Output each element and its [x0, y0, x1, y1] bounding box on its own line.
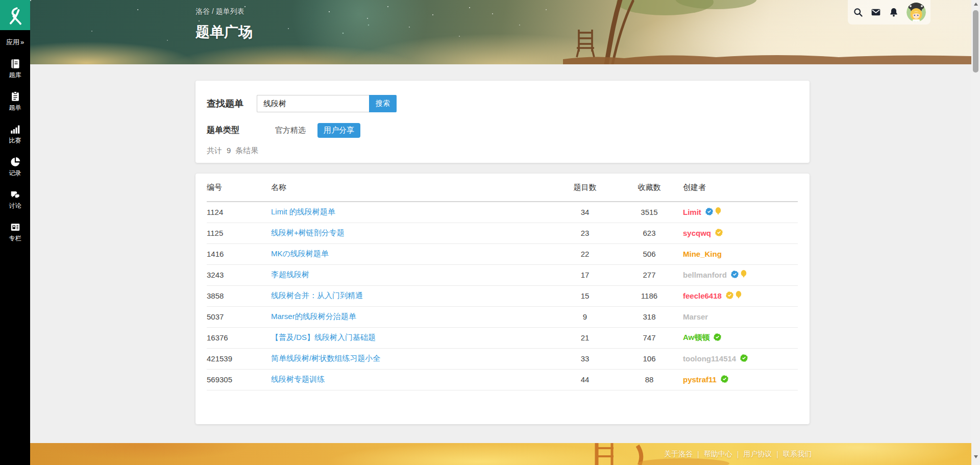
plist-problem-count: 23	[554, 223, 616, 243]
chevron-double-right-icon: »	[20, 38, 24, 46]
footer-link-3[interactable]: 联系我们	[783, 450, 812, 459]
plist-name-link[interactable]: 线段树合并：从入门到精通	[271, 291, 363, 300]
plist-favorite-count: 3515	[616, 202, 683, 223]
creator-name-link[interactable]: Limit	[683, 208, 701, 216]
breadcrumb[interactable]: 洛谷 / 题单列表	[195, 7, 244, 16]
creator-name-link[interactable]: Mine_King	[683, 250, 722, 258]
plist-favorite-count: 318	[616, 306, 683, 327]
table-row: 421539 简单线段树/树状数组练习题小全 33 106 toolong114…	[207, 348, 798, 369]
search-input[interactable]	[257, 95, 369, 112]
type-option-0[interactable]: 官方精选	[269, 123, 312, 138]
user-avatar[interactable]	[906, 3, 926, 22]
hero-header: 洛谷 / 题单列表 题单广场	[30, 0, 971, 64]
col-creator: 创建者	[683, 174, 798, 202]
check-green-icon	[721, 375, 728, 383]
balloon-yellow-icon	[736, 291, 742, 299]
creator-name-link[interactable]: bellmanford	[683, 271, 727, 279]
col-problem-count: 题目数	[554, 174, 616, 202]
plist-name-link[interactable]: 线段树+树链剖分专题	[271, 228, 345, 237]
plist-name-link[interactable]: Limit 的线段树题单	[271, 207, 335, 216]
plist-id: 5037	[207, 306, 271, 327]
triangle-down-icon	[974, 455, 978, 458]
footer-link-1[interactable]: 帮助中心	[704, 450, 732, 459]
plist-name-link[interactable]: MKの线段树题单	[271, 249, 329, 258]
plist-problem-count: 33	[554, 348, 616, 369]
plist-id: 1125	[207, 223, 271, 243]
plist-name-link[interactable]: 【普及/DS】线段树入门基础题	[271, 333, 376, 341]
plist-name-link[interactable]: Marser的线段树分治题单	[271, 312, 356, 321]
creator-name-link[interactable]: Aw顿顿	[683, 333, 709, 342]
clipboard-icon	[10, 91, 21, 102]
book-icon	[10, 58, 21, 69]
chat-icon	[10, 189, 21, 200]
luogu-logo-icon	[4, 4, 27, 27]
type-label: 题单类型	[207, 125, 239, 136]
footer-separator: |	[776, 450, 778, 458]
plist-problem-count: 21	[554, 327, 616, 348]
plist-favorite-count: 1186	[616, 285, 683, 306]
creator-name-link[interactable]: sycqwq	[683, 229, 711, 237]
check-green-icon	[740, 354, 748, 362]
search-card: 查找题单 搜索 题单类型 官方精选用户分享 共计9条结果	[195, 81, 810, 163]
plist-id: 569305	[207, 369, 271, 390]
footer-separator: |	[697, 450, 699, 458]
sidebar-item-training[interactable]: 题单	[0, 91, 30, 112]
sidebar-item-contest[interactable]: 比赛	[0, 124, 30, 145]
scrollbar	[971, 0, 980, 465]
plist-id: 1124	[207, 202, 271, 223]
footer-link-2[interactable]: 用户协议	[743, 450, 772, 459]
plist-id: 16376	[207, 327, 271, 348]
newspaper-icon	[10, 222, 21, 233]
bar-chart-icon	[10, 124, 21, 135]
footer-link-0[interactable]: 关于洛谷	[664, 450, 693, 459]
balloon-yellow-icon	[715, 207, 721, 215]
search-icon[interactable]	[853, 7, 863, 17]
plist-name-link[interactable]: 简单线段树/树状数组练习题小全	[271, 354, 380, 362]
table-row: 1124 Limit 的线段树题单 34 3515 Limit	[207, 202, 798, 223]
plist-problem-count: 15	[554, 285, 616, 306]
plist-id: 3243	[207, 264, 271, 285]
sidebar-item-discuss[interactable]: 讨论	[0, 189, 30, 210]
creator-name-link[interactable]: feecle6418	[683, 291, 722, 300]
check-yellow-icon	[726, 291, 733, 299]
search-button[interactable]: 搜索	[369, 95, 397, 112]
creator-name-link[interactable]: pystraf11	[683, 375, 717, 384]
table-row: 1416 MKの线段树题单 22 506 Mine_King	[207, 243, 798, 264]
luogu-logo[interactable]	[0, 0, 30, 30]
sidebar-item-problemset[interactable]: 题库	[0, 58, 30, 80]
plist-favorite-count: 747	[616, 327, 683, 348]
plist-problem-count: 44	[554, 369, 616, 390]
scroll-up-button[interactable]	[971, 0, 980, 8]
sidebar-item-column[interactable]: 专栏	[0, 222, 30, 243]
search-group: 搜索	[257, 95, 397, 112]
sidebar-apps[interactable]: 应用»	[0, 38, 30, 47]
type-option-1[interactable]: 用户分享	[317, 123, 360, 138]
table-row: 1125 线段树+树链剖分专题 23 623 sycqwq	[207, 223, 798, 243]
triangle-up-icon	[974, 3, 978, 6]
plist-name-link[interactable]: 李超线段树	[271, 270, 309, 279]
scrollbar-thumb[interactable]	[973, 10, 978, 72]
plist-id: 1416	[207, 243, 271, 264]
bell-icon[interactable]	[889, 7, 899, 17]
plist-problem-count: 17	[554, 264, 616, 285]
plist-favorite-count: 277	[616, 264, 683, 285]
col-favorite-count: 收藏数	[616, 174, 683, 202]
plist-id: 3858	[207, 285, 271, 306]
plist-name-link[interactable]: 线段树专题训练	[271, 375, 325, 383]
mail-icon[interactable]	[871, 7, 881, 17]
sidebar-nav: 题库 题单 比赛 记录 讨论 专栏	[0, 58, 30, 243]
sidebar: 应用» 题库 题单 比赛 记录 讨论 专栏	[0, 0, 30, 465]
results-card: 编号 名称 题目数 收藏数 创建者 1124 Limit 的线段树题单 34 3…	[195, 174, 810, 424]
footer-separator: |	[737, 450, 739, 458]
plist-favorite-count: 88	[616, 369, 683, 390]
sidebar-item-record[interactable]: 记录	[0, 156, 30, 178]
creator-name-link[interactable]: Marser	[683, 312, 708, 321]
table-header-row: 编号 名称 题目数 收藏数 创建者	[207, 174, 798, 202]
plist-id: 421539	[207, 348, 271, 369]
table-row: 3243 李超线段树 17 277 bellmanford	[207, 264, 798, 285]
creator-name-link[interactable]: toolong114514	[683, 354, 736, 363]
check-green-icon	[714, 333, 721, 341]
plist-favorite-count: 623	[616, 223, 683, 243]
scroll-down-button[interactable]	[971, 453, 980, 461]
result-count: 9	[227, 146, 231, 155]
